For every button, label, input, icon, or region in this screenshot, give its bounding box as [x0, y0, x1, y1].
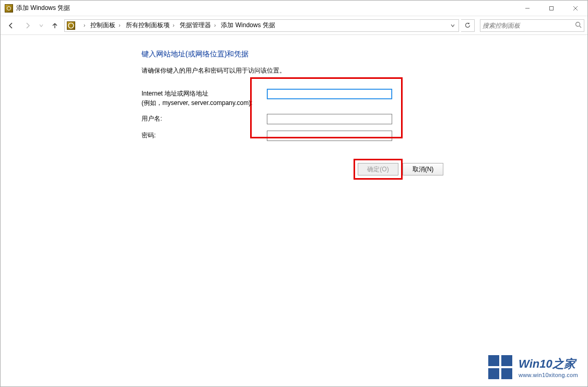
page-heading: 键入网站地址(或网络位置)和凭据 — [142, 50, 587, 59]
page-subtext: 请确保你键入的用户名和密码可以用于访问该位置。 — [142, 66, 587, 75]
cancel-button[interactable]: 取消(N) — [403, 163, 443, 175]
window-title: 添加 Windows 凭据 — [16, 4, 70, 13]
ok-button[interactable]: 确定(O) — [358, 163, 398, 175]
watermark-logo-icon — [488, 355, 512, 379]
password-input[interactable] — [267, 131, 392, 141]
refresh-button[interactable] — [461, 19, 475, 32]
search-input[interactable] — [483, 22, 573, 29]
close-button[interactable] — [563, 1, 587, 16]
app-icon — [5, 4, 13, 13]
button-row: 确定(O) 取消(N) — [358, 163, 587, 175]
search-box[interactable] — [480, 19, 584, 32]
address-icon — [67, 21, 75, 30]
breadcrumb-item[interactable]: 所有控制面板项› — [123, 20, 177, 31]
username-input[interactable] — [267, 114, 392, 124]
nav-up-button[interactable] — [48, 18, 62, 33]
search-icon[interactable] — [575, 21, 582, 30]
window-controls — [515, 1, 587, 16]
svg-point-5 — [68, 23, 74, 28]
form-row-username: 用户名: — [142, 114, 587, 124]
nav-forward-button[interactable] — [20, 18, 35, 33]
breadcrumb-root-chevron[interactable]: › — [77, 20, 87, 31]
breadcrumb-label: 控制面板 — [90, 21, 115, 30]
address-label-text: Internet 地址或网络地址 — [142, 90, 208, 97]
password-label: 密码: — [142, 131, 267, 140]
highlight-frame-fields — [250, 77, 403, 138]
credentials-form: Internet 地址或网络地址 (例如，myserver, server.co… — [142, 89, 587, 175]
content-area: 键入网站地址(或网络位置)和凭据 请确保你键入的用户名和密码可以用于访问该位置。… — [1, 35, 587, 175]
address-label: Internet 地址或网络地址 (例如，myserver, server.co… — [142, 89, 267, 108]
address-bar[interactable]: › 控制面板› 所有控制面板项› 凭据管理器› 添加 Windows 凭据 — [64, 19, 459, 32]
watermark-url: www.win10xitong.com — [519, 372, 578, 378]
breadcrumb-label: 添加 Windows 凭据 — [221, 21, 275, 30]
svg-point-6 — [576, 22, 580, 26]
form-row-password: 密码: — [142, 131, 587, 141]
svg-rect-2 — [550, 6, 554, 10]
address-dropdown-icon[interactable] — [448, 20, 457, 31]
svg-point-0 — [7, 6, 11, 10]
breadcrumb-label: 所有控制面板项 — [126, 21, 170, 30]
nav-recent-dropdown[interactable] — [37, 18, 45, 33]
breadcrumb-item[interactable]: 凭据管理器› — [177, 20, 218, 31]
breadcrumb-item[interactable]: 控制面板› — [87, 20, 122, 31]
window-titlebar: 添加 Windows 凭据 — [1, 1, 587, 16]
form-row-address: Internet 地址或网络地址 (例如，myserver, server.co… — [142, 89, 587, 108]
minimize-button[interactable] — [515, 1, 539, 16]
svg-line-7 — [580, 26, 582, 28]
maximize-button[interactable] — [539, 1, 563, 16]
watermark-text: Win10之家 www.win10xitong.com — [519, 356, 578, 378]
address-hint-text: (例如，myserver, server.company.com): — [142, 98, 267, 108]
breadcrumb-item[interactable]: 添加 Windows 凭据 — [218, 20, 277, 31]
watermark-title: Win10之家 — [519, 356, 578, 372]
breadcrumb-label: 凭据管理器 — [180, 21, 211, 30]
navigation-bar: › 控制面板› 所有控制面板项› 凭据管理器› 添加 Windows 凭据 — [1, 16, 587, 35]
username-label: 用户名: — [142, 114, 267, 123]
watermark: Win10之家 www.win10xitong.com — [488, 355, 578, 379]
nav-back-button[interactable] — [4, 18, 18, 33]
address-input[interactable] — [267, 89, 392, 99]
